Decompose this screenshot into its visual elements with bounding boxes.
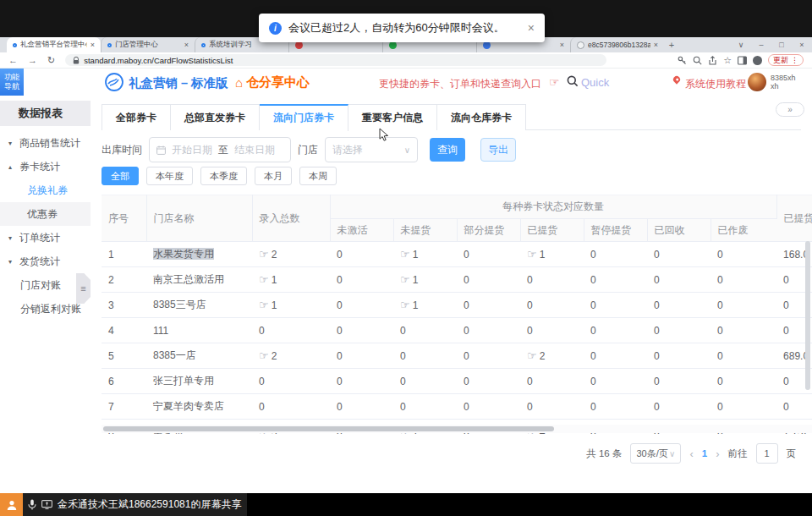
tab-close-icon[interactable]: × bbox=[184, 41, 189, 49]
hand-icon: ☞ bbox=[259, 349, 269, 362]
search-button[interactable]: 查询 bbox=[430, 138, 465, 162]
update-label: 更新 bbox=[773, 55, 788, 66]
tab-giftbox-admin[interactable]: 礼盒营销平台管理中心× bbox=[7, 37, 101, 52]
vertical-scrollbar[interactable] bbox=[805, 241, 810, 390]
store-name-text: 宁夏羊肉专卖店 bbox=[153, 400, 224, 412]
count-cell: 0 bbox=[393, 318, 457, 343]
quick-filter-button[interactable]: 全部 bbox=[102, 167, 139, 185]
count-link-cell[interactable]: ☞2 bbox=[252, 242, 330, 267]
count-link-cell[interactable]: ☞1 bbox=[252, 267, 330, 293]
table-row: 58385一店☞2000☞2000689.0 bbox=[102, 343, 812, 369]
quick-entry-promo: 更快捷的券卡、订单和快递查询入口 bbox=[379, 77, 541, 91]
minimize-icon[interactable]: – bbox=[751, 41, 771, 49]
count-cell: 0 bbox=[457, 293, 520, 318]
current-page[interactable]: 1 bbox=[702, 448, 707, 458]
quick-label[interactable]: Quick bbox=[581, 76, 609, 89]
microphone-icon[interactable] bbox=[28, 499, 36, 510]
toast-close-icon[interactable]: × bbox=[528, 22, 535, 34]
app-title: 礼盒营销 – 标准版 bbox=[129, 75, 228, 91]
cell-value: 0 bbox=[337, 274, 343, 286]
share-center-label: 仓分享中心 bbox=[246, 74, 310, 91]
page-size-select[interactable]: 30条/页 ∨ bbox=[630, 443, 681, 464]
quick-filter-button[interactable]: 本周 bbox=[299, 167, 337, 185]
side-panel-icon[interactable] bbox=[738, 56, 747, 65]
caret-icon: ▾ bbox=[8, 234, 15, 242]
tab-hash[interactable]: e8c5739806b1328a258fd2e618× bbox=[570, 37, 664, 52]
forward-icon[interactable]: → bbox=[28, 56, 37, 65]
tab-warehouse-flow-cards[interactable]: 流向仓库券卡 bbox=[437, 104, 526, 130]
reload-icon[interactable]: ↻ bbox=[47, 56, 55, 65]
user-avatar[interactable] bbox=[748, 73, 766, 91]
bookmark-star-icon[interactable]: ☆ bbox=[723, 55, 732, 66]
count-link-cell[interactable]: ☞2 bbox=[520, 343, 584, 369]
cell-value: 0 bbox=[590, 274, 596, 286]
prev-page-button[interactable]: ‹ bbox=[689, 447, 693, 460]
quick-filter-row: 全部本年度本季度本月本周 bbox=[102, 167, 337, 185]
cell-value: 0 bbox=[464, 299, 469, 311]
count-link-cell[interactable]: ☞1 bbox=[393, 267, 457, 293]
date-range-input[interactable]: 开始日期 至 结束日期 bbox=[149, 137, 291, 162]
sidebar-collapse-handle[interactable]: ≡ bbox=[76, 273, 91, 304]
count-link-cell[interactable]: ☞1 bbox=[520, 242, 584, 267]
share-icon[interactable] bbox=[708, 56, 717, 65]
store-name-text: 张三打单专用 bbox=[153, 375, 214, 387]
profile-avatar-icon[interactable] bbox=[753, 56, 762, 65]
sidebar-item-order-stats[interactable]: ▾订单统计 bbox=[0, 226, 91, 250]
count-link-cell[interactable]: ☞2 bbox=[252, 343, 330, 369]
screen-share-icon[interactable] bbox=[41, 500, 52, 509]
close-icon[interactable]: × bbox=[792, 41, 812, 49]
store-select[interactable]: 请选择 ∨ bbox=[325, 137, 418, 162]
count-cell: 0 bbox=[584, 343, 647, 369]
url-field[interactable]: standard.maboy.cn/CardFlowStatisticsList bbox=[65, 54, 606, 66]
tab-search-icon[interactable]: ∨ bbox=[731, 41, 751, 49]
horizontal-scrollbar-thumb[interactable] bbox=[103, 426, 554, 431]
tab-all-cards[interactable]: 全部券卡 bbox=[102, 104, 171, 130]
sidebar-item-label: 券卡统计 bbox=[19, 160, 60, 174]
quick-filter-button[interactable]: 本年度 bbox=[146, 167, 193, 185]
tutorial-link[interactable]: 系统使用教程 bbox=[685, 77, 746, 91]
tab-close-icon[interactable]: × bbox=[91, 41, 95, 49]
row-index-cell: 3 bbox=[102, 293, 146, 318]
maximize-icon[interactable]: □ bbox=[771, 41, 792, 49]
export-button[interactable]: 导出 bbox=[480, 138, 516, 162]
tab-close-icon[interactable]: × bbox=[654, 41, 658, 49]
tab-close-icon[interactable]: × bbox=[560, 41, 564, 49]
tab-store-flow-cards[interactable]: 流向门店券卡 bbox=[260, 104, 348, 131]
sidebar-item-shipping-stats[interactable]: ▾发货统计 bbox=[0, 250, 91, 273]
tab-store-admin[interactable]: 门店管理中心× bbox=[101, 37, 195, 52]
sidebar-item-discount-coupons[interactable]: 优惠券 bbox=[0, 202, 91, 226]
cell-value: 0 bbox=[464, 401, 469, 413]
panel-collapse-button[interactable]: » bbox=[776, 102, 804, 117]
count-cell: 0 bbox=[647, 267, 710, 293]
back-icon[interactable]: ← bbox=[8, 56, 18, 65]
goto-label: 前往 bbox=[728, 447, 748, 460]
cell-value: 0 bbox=[259, 325, 265, 337]
sidebar-item-redeem-coupons[interactable]: 兑换礼券 bbox=[0, 178, 91, 202]
count-link-cell[interactable]: ☞1 bbox=[393, 293, 457, 318]
cell-value: 1 bbox=[272, 274, 277, 286]
function-nav-toggle[interactable]: 功能导航 bbox=[0, 69, 24, 96]
hand-icon: ☞ bbox=[259, 248, 269, 261]
share-center-link[interactable]: ⌂ 仓分享中心 bbox=[235, 74, 310, 91]
zoom-icon[interactable] bbox=[693, 56, 702, 65]
quick-filter-button[interactable]: 本季度 bbox=[200, 167, 247, 185]
quick-filter-button[interactable]: 本月 bbox=[255, 167, 292, 185]
table-row: 4111000000000 bbox=[102, 318, 812, 343]
quick-search-icon[interactable] bbox=[567, 75, 579, 87]
sidebar-item-product-sales-stats[interactable]: ▾商品销售统计 bbox=[0, 131, 91, 155]
goto-page-input[interactable] bbox=[756, 443, 778, 464]
key-icon[interactable] bbox=[678, 56, 687, 65]
count-link-cell[interactable]: ☞1 bbox=[252, 293, 330, 318]
next-page-button[interactable]: › bbox=[716, 447, 719, 460]
tab-key-customer-info[interactable]: 重要客户信息 bbox=[348, 104, 437, 130]
sidebar-item-card-stats[interactable]: ▴券卡统计 bbox=[0, 155, 91, 178]
column-header: 部分提货 bbox=[457, 219, 520, 242]
count-cell: 0 bbox=[584, 293, 647, 318]
new-tab-button[interactable]: + bbox=[664, 37, 679, 52]
tab-hq-direct-cards[interactable]: 总部直发券卡 bbox=[171, 104, 260, 130]
count-link-cell[interactable]: ☞1 bbox=[393, 242, 457, 267]
sidebar-item-label: 发货统计 bbox=[19, 255, 60, 269]
count-cell: 0 bbox=[252, 318, 330, 343]
sidebar: 数据报表 ▾商品销售统计▴券卡统计兑换礼券优惠券▾订单统计▾发货统计门店对账分销… bbox=[0, 96, 91, 493]
browser-update-button[interactable]: 更新 ⋮ bbox=[768, 54, 804, 66]
